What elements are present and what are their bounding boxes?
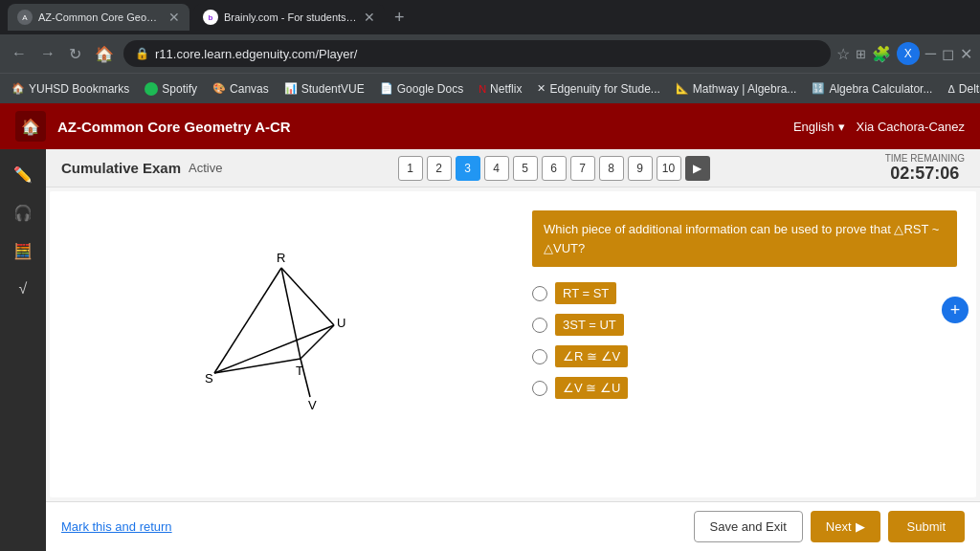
question-number-1[interactable]: 1 bbox=[398, 156, 423, 181]
home-icon[interactable]: 🏠 bbox=[15, 111, 46, 142]
bookmark-star-button[interactable]: ☆ bbox=[836, 45, 850, 63]
question-number-9[interactable]: 9 bbox=[628, 156, 653, 181]
question-number-10[interactable]: 10 bbox=[657, 156, 681, 181]
exam-header: Cumulative Exam Active 1 2 3 4 5 6 7 8 9… bbox=[46, 149, 980, 187]
url-lock-icon: 🔒 bbox=[135, 47, 149, 60]
bookmark-spotify[interactable]: Spotify bbox=[141, 80, 201, 98]
question-number-6[interactable]: 6 bbox=[542, 156, 567, 181]
bookmark-deltamath[interactable]: Δ DeltaMath bbox=[944, 80, 980, 98]
close-browser-button[interactable]: ✕ bbox=[960, 45, 972, 63]
question-number-4[interactable]: 4 bbox=[484, 156, 509, 181]
option-label-b[interactable]: 3ST = UT bbox=[555, 314, 624, 336]
question-number-8[interactable]: 8 bbox=[599, 156, 624, 181]
bookmark-canvas-icon: 🎨 bbox=[212, 82, 226, 95]
next-button[interactable]: Next ▶ bbox=[811, 511, 880, 542]
geometry-diagram: R S T U V bbox=[186, 249, 377, 440]
bookmark-mathway[interactable]: 📐 Mathway | Algebra... bbox=[672, 80, 801, 98]
minimize-button[interactable]: ─ bbox=[925, 45, 936, 62]
option-radio-d[interactable] bbox=[532, 381, 547, 396]
language-chevron-icon: ▾ bbox=[838, 120, 845, 134]
app-header-right: English ▾ Xia Cachora-Canez bbox=[793, 120, 965, 134]
question-prompt-text: Which piece of additional information ca… bbox=[544, 222, 939, 255]
bookmark-edgenuity[interactable]: ✕ Edgenuity for Stude... bbox=[533, 80, 663, 98]
headphone-tool-button[interactable]: 🎧 bbox=[6, 195, 40, 230]
bookmark-netflix[interactable]: N Netflix bbox=[475, 80, 525, 98]
next-label: Next bbox=[826, 519, 852, 534]
extension-button[interactable]: 🧩 bbox=[872, 45, 891, 63]
tab-favicon-brainly: b bbox=[203, 10, 218, 25]
point-v-label: V bbox=[308, 398, 317, 412]
point-u-label: U bbox=[337, 316, 345, 330]
bookmark-spotify-icon bbox=[145, 82, 158, 96]
tab-close-az[interactable]: ✕ bbox=[168, 10, 180, 25]
app-header: 🏠 AZ-Common Core Geometry A-CR English ▾… bbox=[0, 103, 980, 149]
tab-az-geometry[interactable]: A AZ-Common Core Geometry A-C ✕ bbox=[8, 4, 189, 31]
bookmark-yuhsd[interactable]: 🏠 YUHSD Bookmarks bbox=[8, 80, 133, 98]
timer-area: TIME REMAINING 02:57:06 bbox=[885, 153, 965, 184]
option-row-a: RT = ST bbox=[532, 282, 957, 304]
back-button[interactable]: ← bbox=[8, 41, 31, 66]
bookmark-studentvue-icon: 📊 bbox=[284, 82, 298, 95]
svg-line-3 bbox=[281, 268, 334, 325]
tab-close-brainly[interactable]: ✕ bbox=[364, 10, 375, 25]
bookmark-yuhsd-icon: 🏠 bbox=[11, 82, 25, 95]
footer-buttons: Save and Exit Next ▶ Submit bbox=[694, 511, 965, 542]
option-radio-a[interactable] bbox=[532, 286, 547, 301]
next-arrow-icon: ▶ bbox=[856, 519, 865, 534]
app-title: AZ-Common Core Geometry A-CR bbox=[57, 119, 291, 135]
bookmark-algebra-calc[interactable]: 🔢 Algebra Calculator... bbox=[808, 80, 936, 98]
tab-favicon-az: A bbox=[17, 10, 33, 25]
submit-button[interactable]: Submit bbox=[888, 511, 965, 542]
answer-options: RT = ST 3ST = UT ∠R ≅ ∠V ∠V ≅ ∠U bbox=[532, 282, 957, 399]
option-label-c[interactable]: ∠R ≅ ∠V bbox=[555, 345, 628, 367]
bookmark-canvas[interactable]: 🎨 Canvas bbox=[209, 80, 273, 98]
question-text-area: Which piece of additional information ca… bbox=[513, 191, 976, 497]
mark-return-button[interactable]: Mark this and return bbox=[61, 519, 172, 534]
timer-label: TIME REMAINING bbox=[885, 153, 965, 164]
question-prompt: Which piece of additional information ca… bbox=[532, 210, 957, 267]
option-label-a[interactable]: RT = ST bbox=[555, 282, 616, 304]
bookmark-netflix-label: Netflix bbox=[490, 82, 522, 96]
question-number-2[interactable]: 2 bbox=[427, 156, 452, 181]
option-radio-b[interactable] bbox=[532, 318, 547, 333]
profile-button[interactable]: X bbox=[897, 42, 920, 65]
bookmark-algebra-calc-icon: 🔢 bbox=[812, 82, 825, 95]
new-tab-button[interactable]: + bbox=[389, 6, 411, 30]
home-button[interactable]: 🏠 bbox=[91, 41, 118, 67]
question-next-button[interactable]: ▶ bbox=[685, 156, 710, 181]
bookmark-deltamath-label: DeltaMath bbox=[959, 82, 980, 96]
bookmark-studentvue[interactable]: 📊 StudentVUE bbox=[280, 80, 368, 98]
question-number-5[interactable]: 5 bbox=[513, 156, 538, 181]
language-selector[interactable]: English ▾ bbox=[793, 120, 845, 134]
point-r-label: R bbox=[277, 251, 285, 265]
bookmark-netflix-icon: N bbox=[479, 83, 486, 95]
bookmark-edgenuity-icon: ✕ bbox=[537, 82, 546, 95]
app-header-left: 🏠 AZ-Common Core Geometry A-CR bbox=[15, 111, 291, 142]
address-bar: ← → ↻ 🏠 🔒 r11.core.learn.edgenuity.com/P… bbox=[0, 34, 980, 73]
bookmark-deltamath-icon: Δ bbox=[947, 83, 954, 95]
option-radio-c[interactable] bbox=[532, 349, 547, 364]
pencil-tool-button[interactable]: ✏️ bbox=[6, 157, 40, 191]
bookmark-googledocs-icon: 📄 bbox=[380, 82, 393, 95]
bookmark-spotify-label: Spotify bbox=[162, 82, 197, 96]
tab-brainly[interactable]: b Brainly.com - For students. By s ✕ bbox=[193, 4, 385, 31]
save-exit-button[interactable]: Save and Exit bbox=[694, 511, 803, 542]
language-label: English bbox=[793, 120, 835, 134]
refresh-button[interactable]: ↻ bbox=[65, 41, 85, 67]
timer-value: 02:57:06 bbox=[885, 164, 965, 184]
option-row-c: ∠R ≅ ∠V bbox=[532, 345, 957, 367]
formula-tool-button[interactable]: √ bbox=[6, 272, 40, 306]
calculator-tool-button[interactable]: 🧮 bbox=[6, 233, 40, 268]
restore-button[interactable]: ◻ bbox=[942, 45, 954, 63]
bookmark-googledocs[interactable]: 📄 Google Docs bbox=[376, 80, 467, 98]
question-number-3[interactable]: 3 bbox=[456, 156, 480, 181]
tab-search-button[interactable]: ⊞ bbox=[856, 47, 866, 61]
bookmark-googledocs-label: Google Docs bbox=[397, 82, 463, 96]
plus-button[interactable]: + bbox=[942, 297, 969, 323]
url-bar[interactable]: 🔒 r11.core.learn.edgenuity.com/Player/ bbox=[123, 40, 831, 67]
url-text: r11.core.learn.edgenuity.com/Player/ bbox=[155, 47, 357, 61]
point-t-label: T bbox=[296, 364, 303, 378]
forward-button[interactable]: → bbox=[36, 41, 59, 66]
option-label-d[interactable]: ∠V ≅ ∠U bbox=[555, 377, 628, 399]
question-number-7[interactable]: 7 bbox=[570, 156, 595, 181]
